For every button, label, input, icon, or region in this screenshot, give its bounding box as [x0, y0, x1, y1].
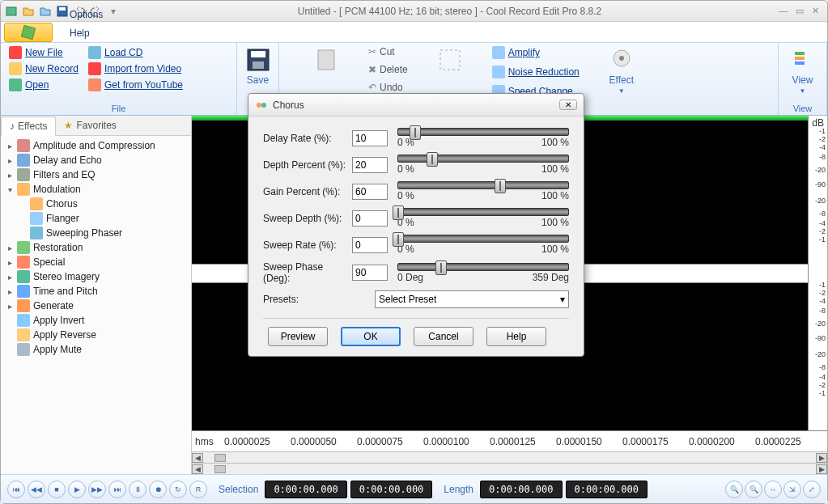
- transport-skip-start[interactable]: ⏮: [7, 481, 25, 498]
- slider-knob[interactable]: [495, 179, 506, 193]
- preset-select[interactable]: Select Preset ▾: [375, 290, 569, 308]
- edit-undo[interactable]: ↶Undo: [367, 81, 410, 94]
- qat-icon-1[interactable]: [4, 4, 19, 19]
- tree-apply-reverse[interactable]: Apply Reverse: [1, 328, 191, 342]
- slider-track[interactable]: [397, 155, 569, 163]
- tree-delay-and-echo[interactable]: ▸Delay and Echo: [1, 153, 191, 167]
- transport-record[interactable]: ⏺: [149, 481, 167, 498]
- tree-toggle-icon[interactable]: ▸: [6, 171, 14, 180]
- transport-r-button[interactable]: R: [189, 481, 207, 498]
- slider-track[interactable]: [397, 208, 569, 216]
- edit-delete[interactable]: ✖Delete: [367, 63, 410, 76]
- scroll-right-button-2[interactable]: ▶: [816, 464, 827, 474]
- file-new-record[interactable]: New Record: [7, 61, 80, 76]
- slider-track[interactable]: [397, 128, 569, 136]
- tree-special[interactable]: ▸Special: [1, 255, 191, 269]
- qat-open2-icon[interactable]: [38, 4, 53, 19]
- view-button[interactable]: View ▼: [787, 45, 819, 104]
- qat-open-icon[interactable]: [21, 4, 36, 19]
- side-tab-effects[interactable]: ♪Effects: [1, 116, 56, 136]
- transport-skip-end[interactable]: ⏭: [108, 481, 126, 498]
- tree-generate[interactable]: ▸Generate: [1, 299, 191, 313]
- file-new-file[interactable]: New File: [7, 45, 80, 60]
- param-input-3[interactable]: [352, 210, 388, 227]
- tree-toggle-icon[interactable]: ▸: [6, 302, 14, 311]
- tree-apply-invert[interactable]: Apply Invert: [1, 313, 191, 328]
- tab-options[interactable]: Options: [57, 5, 153, 23]
- slider-knob[interactable]: [393, 205, 404, 220]
- param-input-4[interactable]: [352, 237, 388, 253]
- file-import-from-video[interactable]: Import from Video: [87, 61, 185, 76]
- slider-track[interactable]: [397, 235, 569, 243]
- param-input-2[interactable]: [352, 184, 388, 200]
- tab-help[interactable]: Help: [57, 23, 153, 42]
- tree-toggle-icon[interactable]: ▸: [6, 258, 14, 267]
- maximize-button[interactable]: ▭: [796, 6, 804, 16]
- scroll-thumb-2[interactable]: [214, 465, 226, 473]
- tree-amplitude-and-compression[interactable]: ▸Amplitude and Compression: [1, 138, 191, 153]
- file-get-from-youtube[interactable]: Get from YouTube: [87, 78, 185, 92]
- ok-button[interactable]: OK: [341, 327, 401, 346]
- tree-sweeping-phaser[interactable]: Sweeping Phaser: [1, 226, 191, 240]
- param-input-1[interactable]: [352, 157, 388, 173]
- zoom-in-button[interactable]: 🔍: [725, 481, 743, 498]
- tree-toggle-icon[interactable]: ▸: [6, 142, 14, 150]
- dialog-titlebar[interactable]: Chorus ✕: [248, 94, 584, 116]
- dialog-close-button[interactable]: ✕: [559, 100, 577, 110]
- transport-play[interactable]: ▶: [68, 481, 86, 498]
- effect-dropdown-button[interactable]: Effect ▼: [605, 45, 638, 104]
- tree-toggle-icon[interactable]: ▸: [6, 244, 14, 252]
- zoom-full-button[interactable]: ⤢: [803, 481, 821, 498]
- param-input-5[interactable]: [352, 265, 388, 281]
- horizontal-scrollbar-2[interactable]: ◀ ▶: [192, 463, 827, 474]
- slider-track[interactable]: [397, 263, 569, 271]
- file-open[interactable]: Open: [7, 78, 80, 92]
- zoom-out-button[interactable]: 🔍: [745, 481, 762, 498]
- effect-noise-reduction[interactable]: Noise Reduction: [490, 65, 581, 79]
- minimize-button[interactable]: —: [779, 6, 788, 16]
- transport-stop[interactable]: ■: [48, 481, 66, 498]
- transport-pause[interactable]: ⏸: [129, 481, 146, 498]
- param-slider-2[interactable]: 0 %100 %: [397, 181, 569, 201]
- transport-forward[interactable]: ▶▶: [88, 481, 106, 498]
- tree-stereo-imagery[interactable]: ▸Stereo Imagery: [1, 269, 191, 284]
- scroll-left-button-2[interactable]: ◀: [192, 464, 203, 474]
- transport-rewind[interactable]: ◀◀: [28, 481, 45, 498]
- effect-amplify[interactable]: Amplify: [490, 45, 581, 60]
- zoom-sel-button[interactable]: ⇲: [783, 481, 801, 498]
- slider-track[interactable]: [397, 181, 569, 189]
- param-slider-5[interactable]: 0 Deg359 Deg: [397, 263, 569, 283]
- tree-apply-mute[interactable]: Apply Mute: [1, 342, 191, 357]
- tree-toggle-icon[interactable]: ▸: [6, 273, 14, 282]
- slider-knob[interactable]: [393, 232, 404, 247]
- scroll-thumb[interactable]: [214, 454, 226, 462]
- help-button[interactable]: Help: [486, 327, 546, 346]
- tree-flanger[interactable]: Flanger: [1, 211, 191, 226]
- slider-knob[interactable]: [435, 260, 447, 275]
- param-slider-0[interactable]: 0 %100 %: [397, 128, 569, 148]
- tree-modulation[interactable]: ▾Modulation: [1, 182, 191, 197]
- app-orb-button[interactable]: [4, 23, 53, 42]
- close-button[interactable]: ✕: [812, 6, 819, 16]
- tree-toggle-icon[interactable]: ▾: [6, 185, 14, 194]
- side-tab-favorites[interactable]: ★Favorites: [56, 116, 124, 135]
- preview-button[interactable]: Preview: [268, 327, 328, 346]
- tree-restoration[interactable]: ▸Restoration: [1, 240, 191, 255]
- scroll-right-button[interactable]: ▶: [816, 453, 827, 463]
- param-input-0[interactable]: [352, 130, 388, 146]
- time-ruler[interactable]: hms 0.00000250.00000500.00000750.0000100…: [192, 430, 827, 451]
- tree-time-and-pitch[interactable]: ▸Time and Pitch: [1, 284, 191, 299]
- param-slider-1[interactable]: 0 %100 %: [397, 155, 569, 175]
- param-slider-4[interactable]: 0 %100 %: [397, 235, 569, 255]
- zoom-fit-button[interactable]: ↔: [764, 481, 782, 498]
- file-load-cd[interactable]: Load CD: [87, 45, 185, 60]
- edit-cut[interactable]: ✂Cut: [367, 45, 410, 58]
- param-slider-3[interactable]: 0 %100 %: [397, 208, 569, 228]
- tree-filters-and-eq[interactable]: ▸Filters and EQ: [1, 167, 191, 182]
- scroll-left-button[interactable]: ◀: [192, 453, 203, 463]
- tree-toggle-icon[interactable]: ▸: [6, 156, 14, 165]
- cancel-button[interactable]: Cancel: [414, 327, 473, 346]
- tree-toggle-icon[interactable]: ▸: [6, 287, 14, 296]
- transport-loop[interactable]: ↻: [169, 481, 187, 498]
- slider-knob[interactable]: [410, 125, 421, 140]
